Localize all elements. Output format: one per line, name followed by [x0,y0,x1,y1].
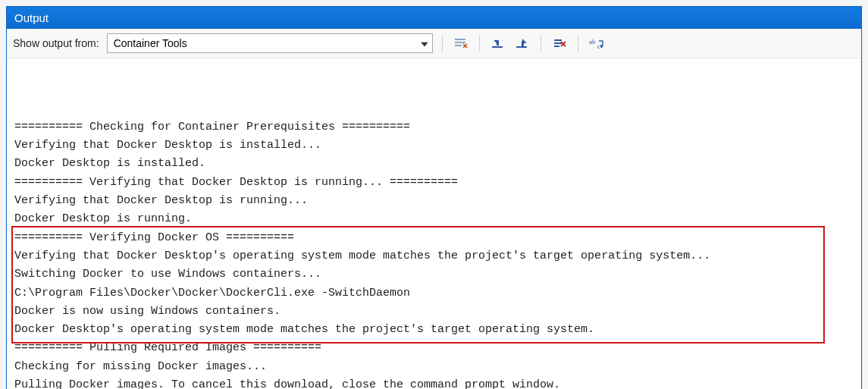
output-text-area[interactable]: ========== Checking for Container Prereq… [7,58,861,389]
svg-rect-4 [497,40,499,45]
toolbar-separator [442,35,443,52]
output-line: ========== Verifying Docker OS =========… [14,229,854,247]
output-line: Switching Docker to use Windows containe… [14,265,854,284]
prev-message-button[interactable] [489,35,507,52]
svg-rect-2 [455,45,462,46]
toolbar-separator [541,35,541,52]
next-message-button[interactable] [513,35,531,52]
output-line: C:\Program Files\Docker\Docker\DockerCli… [14,284,854,303]
output-line: ========== Checking for Container Prereq… [14,118,854,136]
output-line: Verifying that Docker Desktop's operatin… [14,247,854,265]
svg-rect-6 [522,41,524,46]
output-line: ========== Pulling Required Images =====… [14,339,854,357]
output-line: Docker is now using Windows containers. [14,303,854,321]
toggle-word-wrap-button[interactable]: ab c [588,35,606,52]
svg-rect-8 [554,42,562,44]
svg-rect-1 [455,42,465,43]
svg-rect-0 [455,39,465,40]
svg-rect-9 [554,45,559,47]
svg-text:ab: ab [589,38,596,45]
find-message-button[interactable] [452,35,470,52]
output-line: Pulling Docker images. To cancel this do… [14,376,854,389]
output-source-input[interactable] [107,33,433,53]
toolbar-separator [479,35,480,52]
svg-text:c: c [597,42,600,49]
source-label: Show output from: [13,37,99,49]
svg-rect-5 [516,46,527,48]
panel-title-text: Output [14,11,49,24]
output-toolbar: Show output from: [7,29,861,58]
clear-all-button[interactable] [550,35,569,52]
output-line: Verifying that Docker Desktop is running… [14,192,854,210]
output-line: Verifying that Docker Desktop is install… [14,136,854,155]
output-line: Docker Desktop is running. [14,210,854,228]
panel-title: Output [7,7,861,29]
output-line: Docker Desktop is installed. [14,155,854,173]
svg-rect-7 [554,39,562,41]
output-source-combo[interactable] [107,33,433,53]
output-panel: Output Show output from: [6,6,862,389]
output-line: Checking for missing Docker images... [14,358,854,376]
toolbar-separator [578,35,578,52]
output-line: ========== Verifying that Docker Desktop… [14,174,854,192]
svg-rect-3 [492,46,503,48]
output-line: Docker Desktop's operating system mode m… [14,321,854,339]
